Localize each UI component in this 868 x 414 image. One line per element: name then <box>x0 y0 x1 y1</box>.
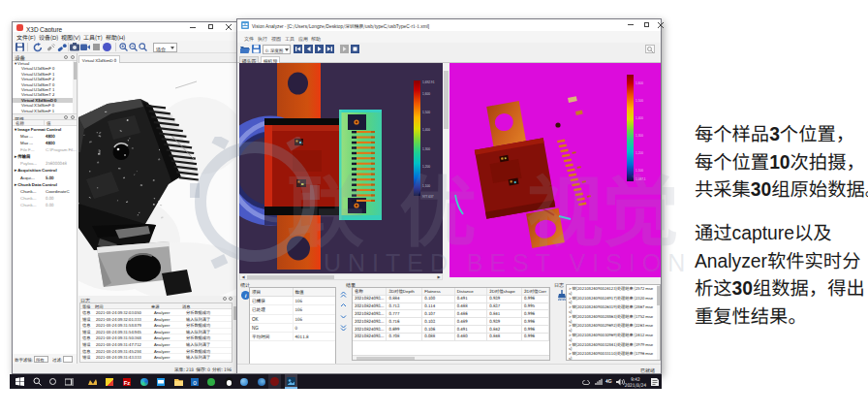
svg-text:1,200: 1,200 <box>636 151 643 155</box>
svg-text:1,300: 1,300 <box>636 134 643 138</box>
svg-text:1,600: 1,600 <box>422 92 430 96</box>
svg-text:1,400: 1,400 <box>422 128 430 132</box>
svg-text:977.637: 977.637 <box>422 195 434 199</box>
svg-text:1,500: 1,500 <box>636 99 643 103</box>
svg-text:1,200: 1,200 <box>422 165 430 169</box>
svg-text:1,100: 1,100 <box>422 184 430 188</box>
svg-text:1,087.1: 1,087.1 <box>636 177 646 181</box>
svg-text:1,100: 1,100 <box>636 169 643 173</box>
svg-text:1,400: 1,400 <box>636 116 643 120</box>
svg-text:1,600: 1,600 <box>636 81 643 85</box>
svg-text:1,300: 1,300 <box>422 147 430 151</box>
svg-text:1,692.91: 1,692.91 <box>422 80 435 84</box>
svg-text:1,500: 1,500 <box>422 111 430 114</box>
